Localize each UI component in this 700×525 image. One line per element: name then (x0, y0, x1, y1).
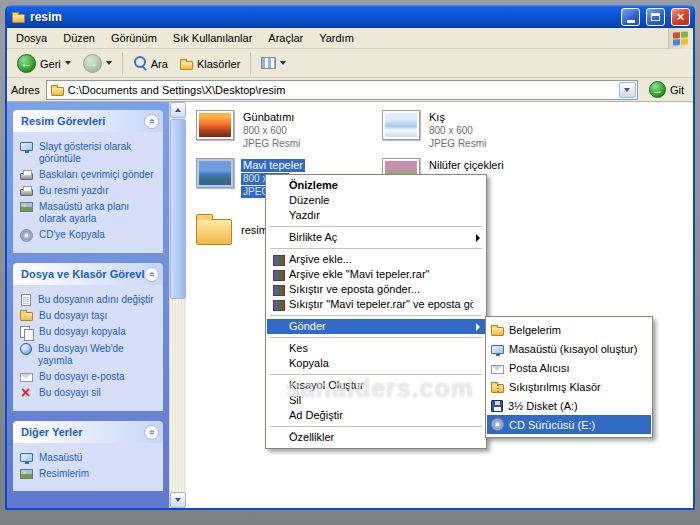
context-kisayol-olustur[interactable]: Kısayol Oluştur (267, 378, 485, 393)
task-email-file[interactable]: Bu dosyayı e-posta (20, 371, 159, 383)
address-input[interactable] (68, 82, 615, 98)
menu-separator (270, 426, 482, 427)
move-icon (20, 312, 33, 321)
menu-item-label: Sil (289, 393, 473, 408)
scroll-up-button[interactable] (170, 102, 186, 118)
panel-picture-tasks-header[interactable]: Resim Görevleri » (13, 110, 163, 132)
task-delete-file[interactable]: Bu dosyayı sil (20, 387, 159, 400)
panel-file-folder-tasks-header[interactable]: Dosya ve Klasör Görevl » (13, 263, 163, 285)
context-ad-degistir[interactable]: Ad Değiştir (267, 408, 485, 423)
sendto-belgelerim[interactable]: Belgelerim (487, 320, 651, 339)
folders-button[interactable]: Klasörler (175, 55, 245, 72)
context-arsive-ekle-rar[interactable]: Arşive ekle "Mavi tepeler.rar" (267, 267, 485, 282)
menu-separator (270, 315, 482, 316)
taskpane-scrollbar[interactable] (169, 102, 186, 508)
collapse-chevron-icon[interactable]: » (144, 425, 159, 440)
panel-other-places-header[interactable]: Diğer Yerler » (13, 421, 163, 443)
sendto-masaustu[interactable]: Masaüstü (kısayol oluştur) (487, 339, 651, 358)
order-prints-icon (20, 173, 33, 180)
back-button[interactable]: ← Geri (12, 52, 76, 75)
task-label: Baskıları çevrimiçi gönder (39, 169, 153, 181)
task-label: Masaüstü arka planı olarak ayarla (39, 201, 159, 225)
collapse-chevron-icon[interactable]: » (144, 114, 159, 129)
context-kopyala[interactable]: Kopyala (267, 356, 485, 371)
context-ozellikler[interactable]: Özellikler (267, 430, 485, 445)
views-button[interactable] (256, 55, 291, 71)
task-print-picture[interactable]: Bu resmi yazdır (20, 185, 159, 197)
menu-item-label: Düzenle (289, 193, 473, 208)
context-gonder-highlighted[interactable]: Gönder (267, 319, 485, 334)
file-gunbatimi[interactable]: Günbatımı 800 x 600 JPEG Resmi (196, 110, 378, 150)
floppy-icon (491, 400, 503, 412)
task-view-slideshow[interactable]: Slayt gösterisi olarak görüntüle (20, 141, 159, 165)
scroll-down-button[interactable] (170, 492, 186, 508)
collapse-chevron-icon[interactable]: » (144, 267, 159, 282)
toolbar-separator (122, 52, 123, 74)
send-to-submenu: Belgelerim Masaüstü (kısayol oluştur) Po… (485, 316, 653, 438)
zip-folder-icon (491, 384, 504, 393)
context-sikistir-rar-eposta[interactable]: Sıkıştır "Mavi tepeler.rar" ve eposta gö… (267, 297, 485, 312)
task-order-prints[interactable]: Baskıları çevrimiçi gönder (20, 169, 159, 181)
menu-duzen[interactable]: Düzen (55, 29, 103, 47)
windows-flag-icon (673, 31, 688, 45)
file-name: Kış (427, 111, 447, 124)
forward-dropdown-icon[interactable] (106, 61, 112, 65)
menu-separator (270, 337, 482, 338)
sendto-posta-alicisi[interactable]: Posta Alıcısı (487, 358, 651, 377)
context-kes[interactable]: Kes (267, 341, 485, 356)
back-dropdown-icon[interactable] (65, 61, 71, 65)
standard-toolbar: ← Geri → Ara Klasörler (7, 49, 693, 78)
context-sil[interactable]: Sil (267, 393, 485, 408)
menu-gorunum[interactable]: Görünüm (103, 29, 165, 47)
desktop-icon (491, 345, 504, 354)
winrar-icon (273, 255, 285, 266)
place-label: Resimlerim (39, 468, 89, 480)
address-label: Adres (11, 84, 40, 96)
context-duzenle[interactable]: Düzenle (267, 193, 485, 208)
menu-item-label: Kısayol Oluştur (289, 378, 473, 393)
sendto-sikistirilmis-klasor[interactable]: Sıkıştırılmış Klasör (487, 377, 651, 396)
address-dropdown-button[interactable] (619, 82, 636, 98)
context-yazdir[interactable]: Yazdır (267, 208, 485, 223)
context-sikistir-eposta[interactable]: Sıkıştır ve eposta gönder... (267, 282, 485, 297)
winrar-icon (273, 300, 285, 311)
task-copy-file[interactable]: Bu dosyayı kopyala (20, 326, 159, 339)
menu-araclar[interactable]: Araçlar (260, 29, 311, 47)
context-arsive-ekle[interactable]: Arşive ekle... (267, 252, 485, 267)
sendto-cd-surucusu-highlighted[interactable]: CD Sürücüsü (E:) (487, 415, 651, 434)
task-publish-web[interactable]: Bu dosyayı Web'de yayımla (20, 343, 159, 367)
close-button[interactable]: × (671, 8, 690, 26)
forward-button[interactable]: → (78, 52, 117, 75)
menu-dosya[interactable]: Dosya (8, 29, 55, 47)
minimize-button[interactable] (621, 8, 640, 26)
menu-yardim[interactable]: Yardım (311, 29, 362, 47)
sendto-disket-a[interactable]: 3½ Disket (A:) (487, 396, 651, 415)
panel-title: Diğer Yerler (21, 426, 83, 438)
image-thumbnail-icon (196, 110, 234, 140)
back-label: Geri (40, 57, 61, 70)
context-onizleme[interactable]: Önizleme (267, 178, 485, 193)
title-bar[interactable]: resim × (7, 5, 693, 28)
scroll-thumb[interactable] (170, 119, 186, 299)
menu-separator (270, 248, 482, 249)
submenu-item-label: CD Sürücüsü (E:) (509, 419, 595, 431)
place-desktop[interactable]: Masaüstü (20, 452, 159, 464)
copy-to-cd-icon (20, 229, 33, 242)
place-my-pictures[interactable]: Resimlerim (20, 468, 159, 480)
menu-item-label: Özellikler (289, 430, 473, 445)
maximize-button[interactable] (646, 8, 665, 26)
go-button[interactable]: → Git (644, 81, 689, 98)
search-button[interactable]: Ara (128, 54, 173, 72)
window-folder-icon (12, 14, 25, 23)
panel-body: Masaüstü Resimlerim (13, 443, 163, 491)
file-name: Günbatımı (241, 111, 296, 124)
views-dropdown-icon[interactable] (280, 61, 286, 65)
context-birlikte-ac[interactable]: Birlikte Aç (267, 230, 485, 245)
task-copy-to-cd[interactable]: CD'ye Kopyala (20, 229, 159, 242)
task-set-wallpaper[interactable]: Masaüstü arka planı olarak ayarla (20, 201, 159, 225)
task-rename-file[interactable]: Bu dosyanın adını değiştir (20, 294, 159, 306)
task-move-file[interactable]: Bu dosyayı taşı (20, 310, 159, 322)
menu-sik-kullanilanlar[interactable]: Sık Kullanılanlar (165, 29, 261, 47)
task-label: Bu dosyayı taşı (39, 310, 107, 322)
file-kis[interactable]: Kış 800 x 600 JPEG Resmi (382, 110, 564, 150)
